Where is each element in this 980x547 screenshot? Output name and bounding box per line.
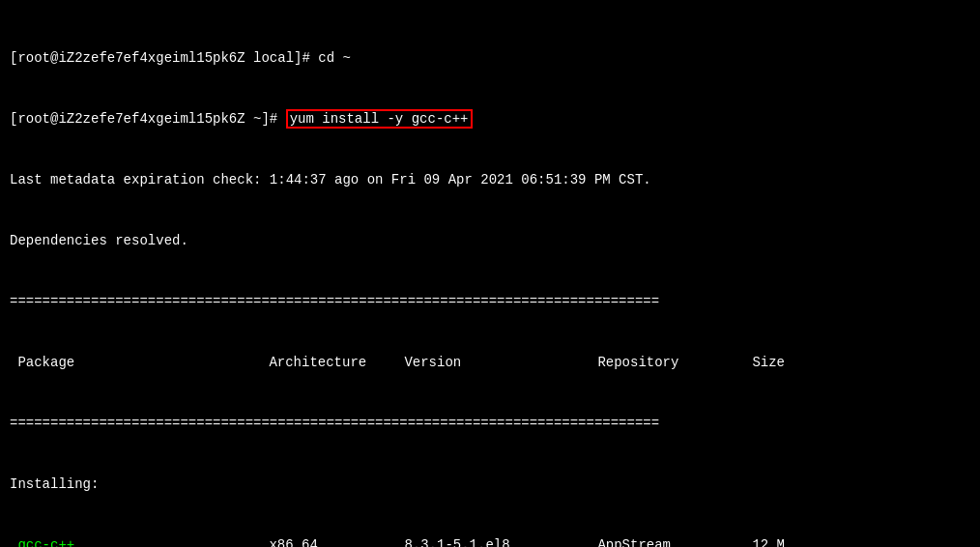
separator1: ========================================…: [10, 292, 970, 312]
col-repo: Repository: [597, 353, 752, 373]
line-cd: [root@iZ2zefe7ef4xgeiml15pk6Z local]# cd…: [10, 48, 970, 69]
line-deps: Dependencies resolved.: [10, 231, 970, 251]
pkg1-arch: x86_64: [269, 535, 404, 547]
highlighted-command: yum install -y gcc-c++: [286, 109, 473, 129]
col-package: Package: [17, 353, 269, 373]
col-arch: Architecture: [269, 353, 404, 373]
line-installing: Installing:: [10, 475, 970, 495]
pkg1-size: 12 M: [752, 535, 785, 547]
separator2: ========================================…: [10, 414, 970, 434]
col-size: Size: [752, 353, 785, 373]
line-metadata: Last metadata expiration check: 1:44:37 …: [10, 170, 970, 190]
col-version: Version: [404, 353, 597, 373]
terminal: [root@iZ2zefe7ef4xgeiml15pk6Z local]# cd…: [10, 8, 970, 547]
line-yum-cmd: [root@iZ2zefe7ef4xgeiml15pk6Z ~]# yum in…: [10, 109, 970, 130]
line-pkg1: gcc-c++x86_648.3.1-5.1.el8AppStream12 M: [10, 535, 970, 547]
table-header: PackageArchitectureVersionRepositorySize: [10, 353, 970, 373]
pkg1-name: gcc-c++: [17, 535, 269, 547]
prompt2-prefix: [root@iZ2zefe7ef4xgeiml15pk6Z ~]#: [10, 111, 286, 127]
pkg1-ver: 8.3.1-5.1.el8: [404, 535, 597, 547]
pkg1-repo: AppStream: [597, 535, 752, 547]
